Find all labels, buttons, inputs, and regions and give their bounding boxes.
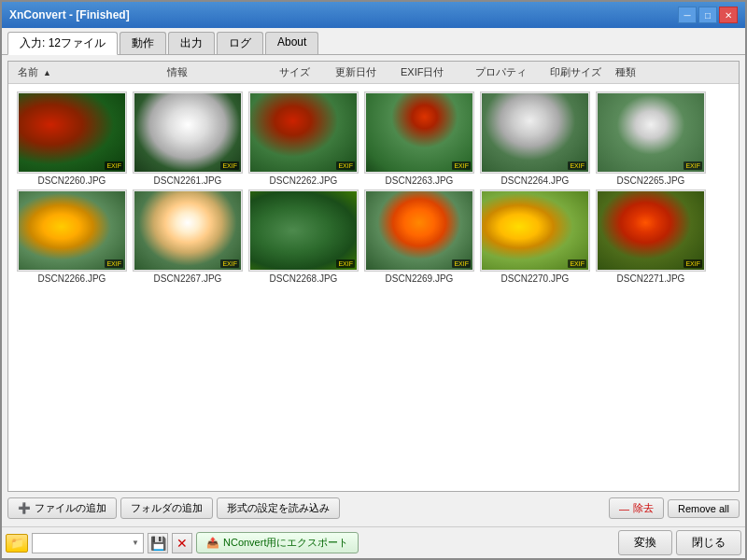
file-panel: 名前 ▲ 情報 サイズ 更新日付 EXIF日付 プロパティ 印刷サイズ 種類 E… xyxy=(7,61,740,492)
delete-button[interactable]: ✕ xyxy=(172,533,192,553)
list-item[interactable]: EXIFDSCN2270.JPG xyxy=(479,189,591,284)
file-label: DSCN2268.JPG xyxy=(270,273,338,284)
add-file-icon: ➕ xyxy=(18,502,31,514)
exif-badge: EXIF xyxy=(568,161,586,170)
list-item[interactable]: EXIFDSCN2267.JPG xyxy=(132,189,244,284)
exif-badge: EXIF xyxy=(452,161,471,170)
exif-badge: EXIF xyxy=(336,259,355,268)
list-item[interactable]: EXIFDSCN2260.JPG xyxy=(16,91,128,186)
tab-about[interactable]: About xyxy=(265,32,318,54)
remove-icon: — xyxy=(619,503,629,514)
exif-badge: EXIF xyxy=(568,259,586,268)
close-button[interactable]: 閉じる xyxy=(676,530,741,555)
list-item[interactable]: EXIFDSCN2269.JPG xyxy=(363,189,475,284)
titlebar: XnConvert - [Finished] ─ □ ✕ xyxy=(2,2,745,28)
bottom-toolbar: ➕ ファイルの追加 フォルダの追加 形式の設定を読み込み — 除去 Remove… xyxy=(7,496,740,521)
content-area: 名前 ▲ 情報 サイズ 更新日付 EXIF日付 プロパティ 印刷サイズ 種類 E… xyxy=(2,55,745,526)
list-item[interactable]: EXIFDSCN2266.JPG xyxy=(16,189,128,284)
list-item[interactable]: EXIFDSCN2263.JPG xyxy=(363,91,475,186)
tab-log[interactable]: ログ xyxy=(217,32,263,54)
header-print[interactable]: 印刷サイズ xyxy=(544,63,610,81)
exif-badge: EXIF xyxy=(105,259,123,268)
grid-header: 名前 ▲ 情報 サイズ 更新日付 EXIF日付 プロパティ 印刷サイズ 種類 xyxy=(8,62,739,84)
window-title: XnConvert - [Finished] xyxy=(9,8,130,21)
header-exif[interactable]: EXIF日付 xyxy=(395,63,470,81)
header-props[interactable]: プロパティ xyxy=(470,63,544,81)
file-label: DSCN2263.JPG xyxy=(386,175,454,186)
thumbnail-grid: EXIFDSCN2260.JPGEXIFDSCN2261.JPGEXIFDSCN… xyxy=(8,84,739,491)
add-file-button[interactable]: ➕ ファイルの追加 xyxy=(7,497,117,519)
add-folder-button[interactable]: フォルダの追加 xyxy=(120,497,213,519)
list-item[interactable]: EXIFDSCN2265.JPG xyxy=(595,91,707,186)
file-label: DSCN2266.JPG xyxy=(38,273,106,284)
header-type[interactable]: 種類 xyxy=(610,63,647,81)
folder-icon[interactable]: 📁 xyxy=(6,534,28,553)
file-label: DSCN2262.JPG xyxy=(270,175,338,186)
load-settings-button[interactable]: 形式の設定を読み込み xyxy=(217,497,340,519)
exif-badge: EXIF xyxy=(220,259,239,268)
tab-bar: 入力: 12ファイル 動作 出力 ログ About xyxy=(2,28,745,55)
list-item[interactable]: EXIFDSCN2262.JPG xyxy=(247,91,359,186)
main-window: XnConvert - [Finished] ─ □ ✕ 入力: 12ファイル … xyxy=(0,0,747,560)
file-label: DSCN2260.JPG xyxy=(38,175,106,186)
file-label: DSCN2264.JPG xyxy=(501,175,570,186)
exif-badge: EXIF xyxy=(220,161,239,170)
exif-badge: EXIF xyxy=(452,259,471,268)
header-update[interactable]: 更新日付 xyxy=(330,63,395,81)
remove-button[interactable]: — 除去 xyxy=(609,497,664,519)
exif-badge: EXIF xyxy=(105,161,123,170)
exif-badge: EXIF xyxy=(336,161,355,170)
file-label: DSCN2267.JPG xyxy=(154,273,222,284)
header-name[interactable]: 名前 ▲ xyxy=(12,63,162,81)
tab-action[interactable]: 動作 xyxy=(120,32,166,54)
statusbar: 📁 💾 ✕ 📤 NConvert用にエクスポート 変換 閉じる xyxy=(2,526,745,558)
list-item[interactable]: EXIFDSCN2264.JPG xyxy=(479,91,591,186)
sort-arrow-icon: ▲ xyxy=(43,68,51,77)
header-size[interactable]: サイズ xyxy=(274,63,330,81)
close-window-button[interactable]: ✕ xyxy=(719,7,738,23)
path-dropdown[interactable] xyxy=(32,533,144,553)
file-label: DSCN2265.JPG xyxy=(617,175,685,186)
file-label: DSCN2271.JPG xyxy=(617,273,685,284)
tab-input[interactable]: 入力: 12ファイル xyxy=(7,32,118,55)
export-icon: 📤 xyxy=(206,537,219,549)
window-controls: ─ □ ✕ xyxy=(678,7,738,23)
export-button[interactable]: 📤 NConvert用にエクスポート xyxy=(196,532,359,553)
header-info[interactable]: 情報 xyxy=(162,63,274,81)
exif-badge: EXIF xyxy=(684,161,702,170)
list-item[interactable]: EXIFDSCN2261.JPG xyxy=(132,91,244,186)
convert-button[interactable]: 変換 xyxy=(618,530,672,555)
tab-output[interactable]: 出力 xyxy=(168,32,215,54)
save-button[interactable]: 💾 xyxy=(148,533,168,553)
list-item[interactable]: EXIFDSCN2271.JPG xyxy=(595,189,707,284)
file-label: DSCN2269.JPG xyxy=(386,273,454,284)
file-label: DSCN2270.JPG xyxy=(501,273,570,284)
list-item[interactable]: EXIFDSCN2268.JPG xyxy=(247,189,359,284)
file-label: DSCN2261.JPG xyxy=(154,175,222,186)
exif-badge: EXIF xyxy=(684,259,702,268)
remove-all-button[interactable]: Remove all xyxy=(668,499,740,518)
minimize-button[interactable]: ─ xyxy=(678,7,697,23)
maximize-button[interactable]: □ xyxy=(698,7,717,23)
